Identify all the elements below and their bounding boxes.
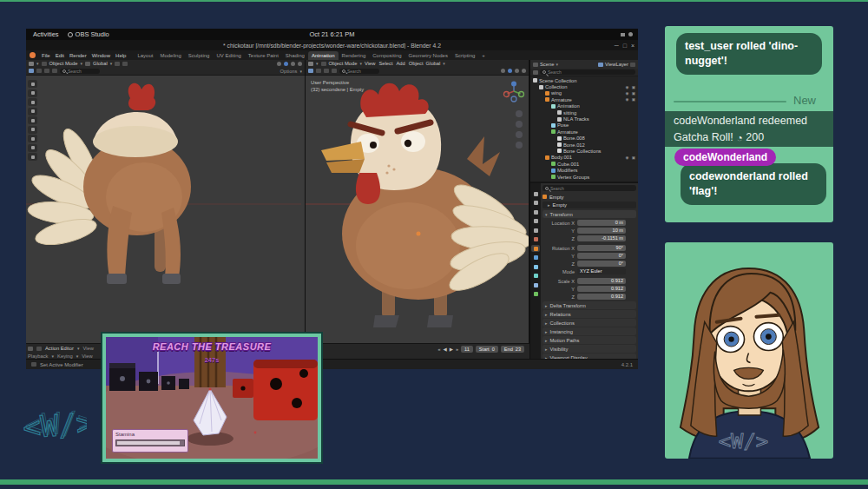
workspace-tab[interactable]: Geometry Nodes xyxy=(405,51,451,60)
outliner-row[interactable]: Pose xyxy=(530,122,638,129)
new-viewlayer-icon[interactable] xyxy=(630,63,635,67)
properties-tab[interactable] xyxy=(531,254,540,261)
transform-field[interactable]: -0.1151 m xyxy=(577,235,626,242)
editor-type-icon[interactable] xyxy=(308,62,313,66)
shading-rendered-icon[interactable] xyxy=(298,62,302,66)
snap-icon[interactable] xyxy=(115,62,120,66)
play-reverse-icon[interactable]: ◀ xyxy=(444,347,447,352)
outliner-row[interactable]: Modifiers xyxy=(530,167,638,173)
frame-range-field[interactable]: Start0 xyxy=(476,346,498,353)
outliner-row[interactable]: Bone.012 xyxy=(530,142,638,148)
object-mode-dropdown[interactable]: Object Mode xyxy=(329,61,358,66)
workspace-tab[interactable]: Texture Paint xyxy=(245,51,282,60)
move-tool-icon[interactable] xyxy=(28,98,37,106)
xray-toggle-icon[interactable] xyxy=(332,69,337,73)
action-editor-dropdown[interactable]: Action Editor xyxy=(45,346,74,351)
outliner-row[interactable]: Armature xyxy=(530,96,638,102)
filter-icon[interactable] xyxy=(28,347,33,351)
properties-tab[interactable] xyxy=(531,291,540,298)
cursor-tool-icon[interactable] xyxy=(28,89,37,97)
outliner-row[interactable]: Animation xyxy=(530,103,638,109)
properties-section-header[interactable]: ▸ Relations xyxy=(542,310,636,318)
current-frame-field[interactable]: 11 xyxy=(461,346,473,353)
transform-panel-header[interactable]: ▾ Transform xyxy=(542,210,636,218)
outliner-row[interactable]: Scene Collection xyxy=(530,77,638,83)
frame-end-field[interactable]: End23 xyxy=(501,346,524,353)
zoom-icon[interactable] xyxy=(516,110,523,117)
workspace-tab[interactable]: Animation xyxy=(308,51,339,60)
options-dropdown[interactable]: Options xyxy=(280,69,298,74)
shading-solid-icon[interactable] xyxy=(508,69,512,73)
pan-icon[interactable] xyxy=(516,121,523,128)
camera-view-icon[interactable] xyxy=(516,131,523,138)
jump-end-icon[interactable]: » xyxy=(456,347,458,352)
outliner-row[interactable]: Cube.001 xyxy=(530,161,638,167)
menu-item[interactable]: File xyxy=(39,53,53,58)
minimize-icon[interactable]: ─ xyxy=(615,43,619,49)
viewport-right[interactable]: User Perspective (32) secondsne | Empty xyxy=(306,76,529,343)
jump-start-icon[interactable]: « xyxy=(437,347,440,352)
blender-titlebar[interactable]: * chickotaur [/mnt/sdb/blender-projects/… xyxy=(26,40,638,50)
properties-tab[interactable] xyxy=(531,190,540,197)
orientation-dropdown[interactable]: Global xyxy=(426,61,441,66)
properties-tab[interactable] xyxy=(531,227,540,234)
shading-rendered-icon[interactable] xyxy=(522,69,526,73)
properties-tab[interactable] xyxy=(531,218,540,225)
properties-section-header[interactable]: ▸ Delta Transform xyxy=(542,301,636,309)
properties-tab[interactable] xyxy=(531,200,540,207)
add-cube-tool-icon[interactable] xyxy=(28,153,37,161)
transform-field[interactable]: 10 m xyxy=(577,228,626,235)
viewlayer-selector[interactable]: ViewLayer xyxy=(605,62,628,67)
properties-tab[interactable] xyxy=(531,273,540,280)
properties-tab[interactable] xyxy=(531,281,540,288)
transform-field[interactable]: 0° xyxy=(577,253,626,260)
scene-selector[interactable]: Scene xyxy=(540,62,554,67)
maximize-icon[interactable]: □ xyxy=(623,43,627,49)
outliner-row[interactable]: sitting xyxy=(530,109,638,116)
transform-field[interactable]: 90° xyxy=(577,245,626,252)
workspace-tab[interactable]: + xyxy=(478,51,489,60)
outliner-row[interactable]: wing xyxy=(530,90,638,96)
workspace-tab[interactable]: Compositing xyxy=(369,51,404,60)
playback-menu[interactable]: Playback xyxy=(28,354,49,359)
shading-material-icon[interactable] xyxy=(515,69,519,73)
workspace-tab[interactable]: Modeling xyxy=(156,51,184,60)
properties-tab[interactable] xyxy=(531,236,540,243)
menu-item[interactable]: Window xyxy=(89,53,113,58)
clock[interactable]: Oct 21 6:21 PM xyxy=(26,30,638,38)
properties-tab[interactable] xyxy=(531,263,540,270)
outliner-row[interactable]: Armature xyxy=(530,129,638,135)
properties-section-header[interactable]: ▸ Visibility xyxy=(542,345,636,353)
xray-toggle-icon[interactable] xyxy=(52,69,57,73)
outliner-row[interactable]: Bone Collections xyxy=(530,148,638,154)
properties-section-header[interactable]: ▸ Collections xyxy=(542,319,636,327)
transform-field[interactable]: 0.912 xyxy=(577,278,626,285)
transform-pivot-icon[interactable] xyxy=(85,62,90,66)
annotate-tool-icon[interactable] xyxy=(28,135,37,142)
select-tool-icon[interactable] xyxy=(28,80,37,88)
viewport-menu-item[interactable]: Add xyxy=(397,61,405,66)
transform-field[interactable]: XYZ Euler xyxy=(577,268,626,275)
properties-section-header[interactable]: ▸ Instancing xyxy=(542,327,636,335)
viewport-menu-item[interactable]: View xyxy=(365,61,375,66)
menu-item[interactable]: Edit xyxy=(53,53,67,58)
workspace-tab[interactable]: Scripting xyxy=(451,51,478,60)
shading-wireframe-icon[interactable] xyxy=(501,69,505,73)
workspace-tab[interactable]: Layout xyxy=(134,51,156,60)
close-icon[interactable]: × xyxy=(631,43,635,49)
properties-section-header[interactable]: ▸ Motion Paths xyxy=(542,336,636,344)
workspace-tab[interactable]: Rendering xyxy=(339,51,370,60)
overlay-toggle-icon[interactable] xyxy=(316,69,321,73)
editor-type-icon[interactable] xyxy=(29,62,34,66)
transform-field[interactable]: 0 m xyxy=(577,220,626,227)
navigation-gizmo[interactable] xyxy=(503,80,525,102)
properties-tab[interactable] xyxy=(531,208,540,215)
outliner-row[interactable]: Body.001 xyxy=(530,155,638,161)
transform-tool-icon[interactable] xyxy=(28,126,37,134)
dope-view-menu[interactable]: View xyxy=(82,346,93,351)
viewport-search[interactable]: Search xyxy=(339,69,379,75)
gizmo-toggle-icon[interactable] xyxy=(44,69,49,73)
outliner-row[interactable]: Vertex Groups xyxy=(530,174,638,180)
transform-field[interactable]: 0° xyxy=(577,261,626,268)
orientation-dropdown[interactable]: Global xyxy=(93,61,108,66)
